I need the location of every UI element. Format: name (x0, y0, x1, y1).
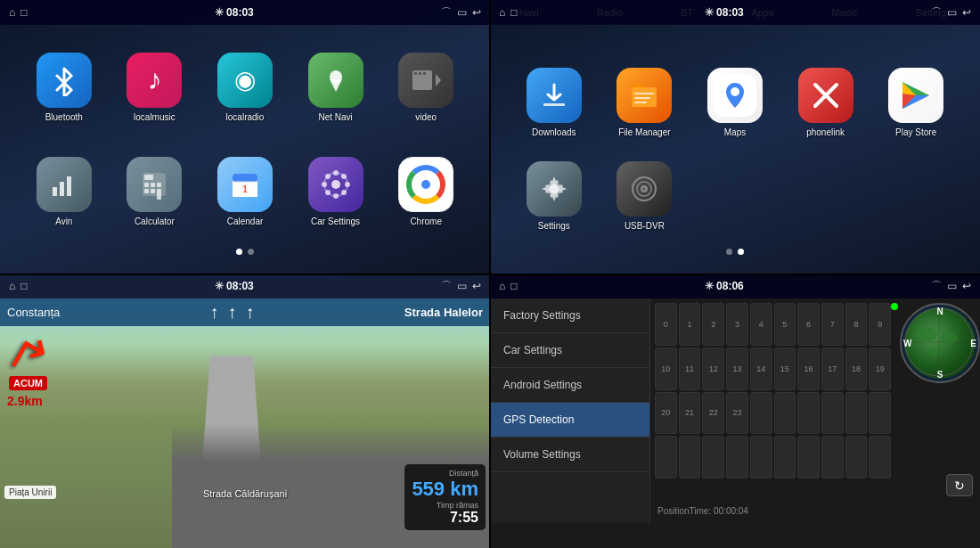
app-calculator[interactable]: Calculator (113, 143, 197, 240)
app-grid-background-1: ⌂ □ ✳ 08:03 ⌒ ▭ ↩ (0, 0, 490, 274)
menu-car-settings[interactable]: Car Settings (490, 333, 649, 368)
app-settings[interactable]: Settings (512, 153, 596, 241)
avin-icon (37, 157, 92, 212)
refresh-button[interactable]: ↻ (946, 474, 973, 496)
app-label-carsettings: Car Settings (311, 217, 360, 226)
menu-factory-settings[interactable]: Factory Settings (490, 299, 649, 333)
status-bar-right-1: ⌒ ▭ ↩ (441, 5, 481, 20)
app-playstore[interactable]: Play Store (874, 59, 958, 146)
compass-circle: N S E W (900, 303, 980, 383)
recent-icon-3[interactable]: □ (20, 280, 27, 292)
app-label-bluetooth: Bluetooth (45, 112, 83, 122)
home-icon-3[interactable]: ⌂ (9, 280, 15, 292)
nav-street: Strada Halelor (404, 306, 483, 319)
nav-top-overlay: Constanța ↑ ↑ ↑ Strada Halelor (0, 299, 490, 326)
status-bar-left-4: ⌂ □ (499, 280, 518, 292)
grid-cell: 6 (797, 303, 820, 346)
back-icon-4[interactable]: ↩ (962, 280, 971, 292)
app-netnavi[interactable]: Net Navi (294, 38, 378, 135)
app-usbdvr[interactable]: USB-DVR (603, 153, 687, 241)
app-chrome[interactable]: Chrome (384, 143, 468, 240)
calculator-icon (127, 157, 182, 212)
grid-cell: 22 (702, 392, 724, 435)
app-calendar[interactable]: 1 Calendar (203, 143, 287, 240)
grid-cell (869, 436, 891, 478)
nav-piata: Piața Unirii (4, 486, 56, 499)
filemanager-icon (617, 68, 672, 123)
svg-rect-8 (60, 182, 64, 196)
grid-cell (750, 436, 772, 478)
app-filemanager[interactable]: File Manager (603, 59, 687, 146)
time-1: 08:03 (226, 6, 254, 19)
grid-cell: 8 (845, 303, 868, 346)
battery-icon-4: ▭ (947, 280, 957, 292)
svg-point-50 (643, 188, 646, 191)
settings-icon (527, 161, 582, 217)
app-label-settings: Settings (538, 221, 570, 231)
battery-icon-2: ▭ (947, 6, 957, 19)
svg-rect-35 (634, 93, 654, 94)
svg-rect-11 (144, 175, 153, 180)
back-icon-2[interactable]: ↩ (962, 6, 971, 19)
svg-point-54 (928, 348, 943, 356)
svg-point-31 (325, 190, 331, 195)
app-label-downloads: Downloads (532, 127, 576, 137)
recent-icon-1[interactable]: □ (20, 6, 27, 19)
svg-rect-6 (423, 72, 426, 75)
page-dots-1 (0, 249, 490, 262)
calendar-icon: 1 (217, 157, 273, 212)
status-bar-3: ⌂ □ ✳ 08:03 ⌒ ▭ ↩ (0, 274, 490, 299)
chrome-inner (420, 178, 432, 191)
home-icon-2[interactable]: ⌂ (499, 6, 505, 19)
svg-rect-12 (144, 183, 149, 187)
signal-icon-4: ⌒ (931, 279, 942, 294)
nav-turn-distance: 2.9km (7, 394, 43, 408)
time-3: 08:03 (226, 280, 254, 292)
grid-cell (869, 392, 891, 435)
usbdvr-icon (617, 161, 672, 217)
chrome-icon (398, 157, 453, 212)
netnavi-icon (308, 53, 363, 108)
recent-icon-2[interactable]: □ (510, 6, 517, 19)
app-label-maps: Maps (724, 127, 746, 137)
grid-cell: 5 (774, 303, 796, 346)
grid-cell: 16 (797, 348, 820, 390)
menu-volume-settings[interactable]: Volume Settings (490, 438, 649, 472)
home-icon-1[interactable]: ⌂ (9, 6, 15, 19)
menu-android-settings[interactable]: Android Settings (490, 368, 649, 403)
back-icon-1[interactable]: ↩ (472, 6, 481, 19)
bluetooth-status-3: ✳ (215, 280, 224, 292)
app-label-filemanager: File Manager (618, 127, 670, 137)
app-video[interactable]: video (384, 38, 468, 135)
grid-cell (679, 436, 701, 478)
recent-icon-4[interactable]: □ (510, 280, 517, 292)
gps-green-dot (891, 303, 898, 310)
svg-rect-16 (151, 189, 155, 193)
settings-menu: Factory Settings Car Settings Android Se… (490, 299, 650, 523)
grid-cell (655, 436, 677, 478)
app-label-video: video (415, 112, 437, 122)
app-avin[interactable]: Avin (22, 143, 106, 240)
menu-gps-detection[interactable]: GPS Detection (490, 403, 649, 438)
back-icon-3[interactable]: ↩ (472, 280, 481, 292)
home-icon-4[interactable]: ⌂ (499, 280, 505, 292)
app-label-phonelink: phonelink (806, 127, 845, 137)
grid-cell (797, 392, 820, 435)
compass-south: S (937, 370, 943, 380)
app-localradio[interactable]: ◉ localradio (203, 38, 287, 135)
app-label-calendar: Calendar (227, 217, 264, 226)
nav-distance-value: 559 km (412, 478, 478, 501)
grid-cell: 11 (679, 348, 701, 390)
app-bluetooth[interactable]: Bluetooth (22, 38, 106, 135)
dot-2-active (738, 249, 744, 255)
compass-north: N (936, 307, 943, 316)
app-carsettings[interactable]: Car Settings (294, 143, 378, 240)
grid-cell: 19 (869, 348, 891, 390)
app-label-usbdvr: USB-DVR (625, 221, 665, 231)
app-maps[interactable]: Maps (693, 59, 777, 146)
app-phonelink[interactable]: phonelink (784, 59, 868, 146)
grid-cell: 9 (869, 303, 891, 346)
app-downloads[interactable]: Downloads (512, 59, 596, 146)
battery-icon-3: ▭ (457, 280, 467, 292)
app-localmusic[interactable]: ♪ localmusic (113, 38, 197, 135)
